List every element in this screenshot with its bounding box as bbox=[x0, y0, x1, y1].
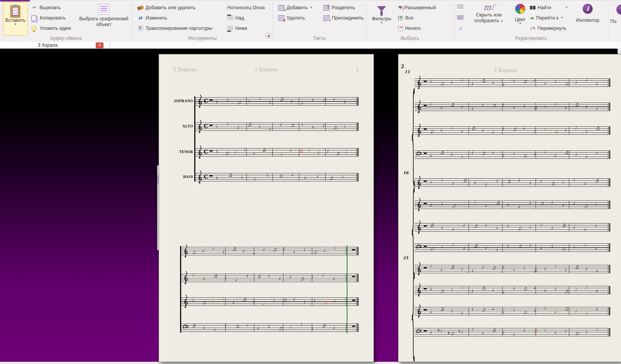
note[interactable]: ♩ bbox=[471, 105, 477, 111]
note[interactable]: ♩ bbox=[266, 171, 272, 177]
note[interactable]: ♩ bbox=[203, 324, 208, 330]
note[interactable]: ♩ bbox=[212, 245, 218, 250]
note[interactable]: ♩ bbox=[496, 246, 502, 251]
staff-2-10[interactable]: ♩♫♩♩♩♫♩♩♩♫♩♩♩♫♩♩♩ bbox=[415, 286, 610, 294]
note[interactable]: ♩ bbox=[575, 307, 581, 313]
final-bar-rest[interactable] bbox=[352, 300, 355, 301]
note[interactable]: ♩ bbox=[234, 148, 240, 154]
note[interactable]: ♫ bbox=[584, 202, 588, 208]
staff-2-6[interactable]: ♩♩♫♩♩♩♫♩♩♩♫♩♩♩♫♩ bbox=[415, 201, 610, 209]
note[interactable]: ♩ bbox=[279, 274, 284, 280]
note[interactable]: ♩ bbox=[430, 329, 436, 335]
note[interactable]: ♩ bbox=[430, 100, 436, 106]
note[interactable]: ♩ bbox=[312, 123, 318, 129]
note[interactable]: ♩ bbox=[214, 326, 220, 331]
staff-2-5[interactable]: ♩♩♩♫♩♩♩♫♩♩♩♫♩♩♩♫ bbox=[415, 178, 610, 187]
note[interactable]: ♩ bbox=[451, 286, 456, 292]
note[interactable]: ♫ bbox=[482, 285, 486, 291]
note[interactable]: ♫ bbox=[518, 225, 522, 231]
note[interactable]: ♩ bbox=[430, 78, 436, 83]
note[interactable]: ♩ bbox=[544, 103, 550, 108]
note[interactable]: ♩ bbox=[461, 153, 467, 158]
time-signature[interactable]: C bbox=[204, 174, 208, 180]
note[interactable]: ♩ bbox=[237, 124, 243, 129]
note[interactable]: ♩ bbox=[554, 78, 560, 83]
note[interactable]: ♩ bbox=[463, 222, 469, 227]
note[interactable]: ♩ bbox=[544, 287, 550, 292]
note[interactable]: ♩ bbox=[303, 298, 309, 304]
note[interactable]: ♩ bbox=[461, 265, 467, 271]
note[interactable]: ♩ bbox=[534, 284, 539, 290]
note[interactable]: ♩ bbox=[596, 80, 601, 85]
note[interactable]: ♩ bbox=[203, 275, 208, 281]
note[interactable]: ♩ bbox=[246, 272, 252, 278]
note[interactable]: ♫ bbox=[575, 264, 579, 269]
note[interactable]: ♩ bbox=[334, 245, 339, 250]
note[interactable]: ♩ bbox=[584, 241, 590, 247]
note[interactable]: ♩ bbox=[585, 309, 591, 315]
note[interactable]: ♩ bbox=[451, 78, 456, 84]
note[interactable]: ♩ bbox=[248, 97, 254, 103]
note[interactable]: ♩ bbox=[241, 173, 247, 179]
select-system-passage-button[interactable] bbox=[457, 2, 464, 11]
note[interactable]: ♩ bbox=[573, 200, 579, 206]
whole-rest[interactable] bbox=[210, 175, 213, 176]
note[interactable]: ♫ bbox=[562, 222, 566, 228]
note[interactable]: ♩ bbox=[451, 307, 456, 313]
staff-1-6[interactable]: ♩♩♫♩♩♩♫♩♩♩♫♩♩♩ bbox=[181, 274, 358, 282]
note[interactable]: ♩ bbox=[243, 247, 248, 253]
note[interactable]: ♩ bbox=[529, 223, 535, 229]
note[interactable]: ♩ bbox=[502, 328, 508, 334]
whole-rest[interactable] bbox=[210, 150, 213, 152]
note[interactable]: ♫ bbox=[280, 96, 284, 102]
goto-button[interactable]: ➜ Перейти к ▼ bbox=[530, 13, 563, 23]
note[interactable]: ♩ bbox=[293, 295, 299, 301]
note[interactable]: ♩ bbox=[534, 307, 539, 313]
note[interactable]: ♫ bbox=[492, 264, 496, 270]
join-bar-button[interactable]: Присоединить bbox=[323, 13, 364, 23]
note[interactable]: ♩ bbox=[290, 273, 295, 279]
note[interactable]: ♩ bbox=[585, 328, 591, 334]
note[interactable]: ♩ bbox=[471, 287, 477, 293]
note[interactable]: ♫ bbox=[540, 200, 544, 206]
note[interactable]: ♫ bbox=[283, 297, 287, 303]
note[interactable]: ♫ bbox=[595, 177, 599, 183]
note[interactable]: ♩ bbox=[192, 297, 198, 302]
note[interactable]: ♩ bbox=[301, 121, 307, 126]
note[interactable]: ♩ bbox=[485, 181, 491, 186]
note[interactable]: ♩ bbox=[518, 176, 524, 182]
note[interactable]: ♩ bbox=[441, 224, 447, 229]
note[interactable]: ♩ bbox=[226, 120, 232, 126]
note[interactable]: ♩ bbox=[513, 77, 518, 83]
staff-1-1[interactable]: SOPRANOC♩♩♫♩♩♩♫♩♩♩♫♩♩ bbox=[195, 97, 358, 106]
note[interactable]: ♩ bbox=[502, 263, 508, 269]
note[interactable]: ♩ bbox=[471, 305, 477, 311]
staff-2-4[interactable]: ♩♫♩♩♩♫♩♩♩♫♩♩♩♫♩♩♩ bbox=[415, 150, 610, 159]
note[interactable]: ♩ bbox=[575, 151, 581, 157]
note[interactable]: ♩ bbox=[513, 266, 518, 271]
note[interactable]: ♫ bbox=[551, 180, 555, 186]
select-none-button[interactable]: Ничего bbox=[398, 24, 421, 33]
note[interactable]: ♩ bbox=[269, 98, 275, 104]
note[interactable]: ♩ bbox=[441, 243, 447, 249]
note[interactable]: ♩ bbox=[544, 79, 550, 85]
note[interactable]: ♫ bbox=[565, 288, 569, 294]
note[interactable]: ♩ bbox=[513, 330, 518, 336]
note[interactable]: ♩ bbox=[492, 79, 498, 85]
whole-rest[interactable] bbox=[424, 181, 427, 182]
note[interactable]: ♩ bbox=[544, 326, 550, 332]
note[interactable]: ♩ bbox=[540, 221, 546, 227]
add-bar-button[interactable]: Добавить ▼ bbox=[278, 3, 313, 12]
note[interactable]: ♫ bbox=[523, 152, 528, 158]
whole-rest[interactable] bbox=[424, 203, 427, 204]
note[interactable]: ♫ bbox=[596, 125, 600, 131]
note[interactable]: ♩ bbox=[596, 326, 601, 331]
note[interactable]: ♩ bbox=[317, 149, 323, 155]
note[interactable]: ♩ bbox=[551, 243, 557, 248]
staff-2-12[interactable]: ♩♩♯♫♯♩♯♩♩♫♩♩♩♫♩♩♩♫♩♩ bbox=[415, 328, 610, 336]
note[interactable]: ♩ bbox=[502, 125, 508, 131]
note[interactable]: ♩ bbox=[565, 327, 570, 333]
note[interactable]: ♩ bbox=[474, 179, 480, 184]
note[interactable]: ♩ bbox=[596, 267, 601, 273]
note[interactable]: ♩ bbox=[513, 150, 518, 155]
